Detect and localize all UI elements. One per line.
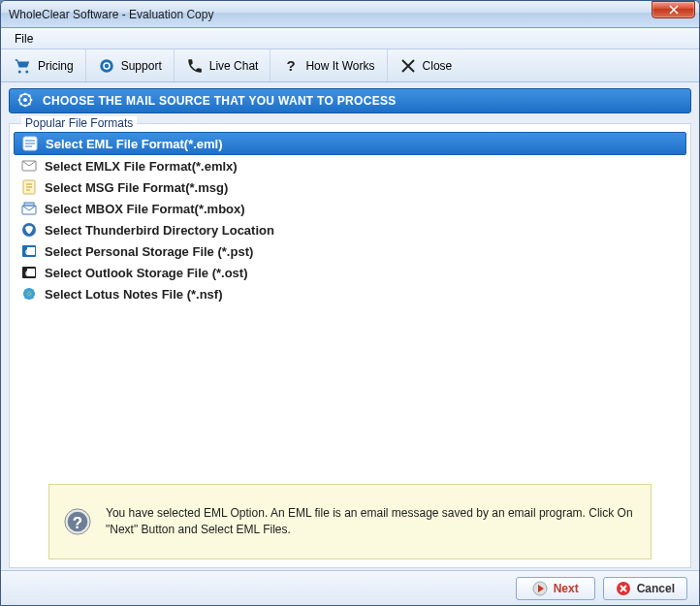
toolbar-pricing[interactable]: Pricing — [3, 49, 86, 81]
lotus-nsf-icon — [21, 286, 37, 302]
svg-text:?: ? — [73, 514, 82, 532]
option-label: Select Personal Storage File (*.pst) — [45, 244, 253, 259]
cancel-button[interactable]: Cancel — [603, 577, 687, 600]
info-panel: ? You have selected EML Option. An EML f… — [48, 484, 652, 559]
option-label: Select MSG File Format(*.msg) — [45, 180, 228, 195]
file-eml-icon — [22, 136, 38, 151]
titlebar: WholeClear Software - Evaluation Copy — [1, 1, 699, 28]
cancel-circle-icon — [616, 581, 631, 596]
toolbar-livechat-label: Live Chat — [209, 59, 259, 73]
svg-rect-10 — [24, 203, 34, 206]
toolbar-support-label: Support — [121, 59, 162, 73]
envelope-icon — [21, 158, 37, 174]
option-ost[interactable]: O Select Outlook Storage File (*.ost) — [14, 262, 686, 283]
toolbar-livechat[interactable]: Live Chat — [175, 49, 271, 81]
toolbar-pricing-label: Pricing — [38, 59, 74, 73]
play-circle-icon — [532, 581, 548, 596]
option-pst[interactable]: O Select Personal Storage File (*.pst) — [14, 240, 686, 262]
svg-text:?: ? — [287, 57, 296, 74]
format-options-list: Select EML File Format(*.eml) Select EML… — [10, 132, 690, 304]
toolbar-howitworks-label: How It Works — [305, 59, 374, 73]
option-mbox[interactable]: Select MBOX File Format(*.mbox) — [14, 198, 686, 219]
phone-icon — [186, 57, 204, 75]
option-label: Select EML File Format(*.eml) — [46, 137, 223, 151]
groupbox-label: Popular File Formats — [21, 116, 137, 130]
question-icon: ? — [282, 57, 300, 75]
option-label: Select MBOX File Format(*.mbox) — [45, 202, 245, 216]
info-text: You have selected EML Option. An EML fil… — [106, 505, 637, 538]
envelope-stack-icon — [21, 201, 37, 216]
question-circle-icon: ? — [63, 507, 92, 536]
app-window: WholeClear Software - Evaluation Copy Fi… — [0, 0, 700, 606]
menu-file[interactable]: File — [7, 30, 41, 48]
scissors-icon — [399, 57, 417, 75]
svg-point-2 — [104, 63, 109, 68]
menubar: File — [1, 28, 699, 49]
section-heading-text: CHOOSE THE MAIL SOURCE THAT YOU WANT TO … — [43, 94, 397, 108]
gear-icon — [17, 92, 33, 111]
footer: Next Cancel — [1, 570, 699, 605]
outlook-ost-icon: O — [21, 265, 37, 280]
option-nsf[interactable]: Select Lotus Notes File (*.nsf) — [14, 283, 686, 304]
content-area: Popular File Formats Select EML File For… — [9, 123, 691, 568]
window-close-button[interactable] — [652, 1, 695, 18]
outlook-pst-icon: O — [21, 243, 37, 259]
headset-icon — [98, 57, 115, 75]
option-eml[interactable]: Select EML File Format(*.eml) — [14, 132, 686, 155]
toolbar-close-label: Close — [423, 59, 453, 73]
file-msg-icon — [21, 179, 37, 195]
window-title: WholeClear Software - Evaluation Copy — [9, 8, 652, 21]
section-heading: CHOOSE THE MAIL SOURCE THAT YOU WANT TO … — [9, 88, 691, 113]
cart-icon — [15, 57, 32, 75]
option-label: Select EMLX File Format(*.emlx) — [45, 159, 238, 174]
toolbar: Pricing Support Live Chat ? How It Works… — [1, 49, 699, 82]
toolbar-close[interactable]: Close — [388, 49, 464, 81]
svg-text:O: O — [25, 247, 32, 257]
option-msg[interactable]: Select MSG File Format(*.msg) — [14, 176, 686, 198]
option-thunderbird[interactable]: Select Thunderbird Directory Location — [14, 219, 686, 240]
option-label: Select Thunderbird Directory Location — [45, 223, 274, 238]
svg-text:O: O — [25, 269, 32, 278]
next-button-label: Next — [554, 582, 579, 595]
toolbar-support[interactable]: Support — [86, 49, 175, 81]
option-emlx[interactable]: Select EMLX File Format(*.emlx) — [14, 155, 686, 176]
option-label: Select Lotus Notes File (*.nsf) — [45, 287, 222, 302]
next-button[interactable]: Next — [516, 577, 595, 600]
close-icon — [669, 5, 679, 15]
option-label: Select Outlook Storage File (*.ost) — [45, 266, 247, 280]
svg-point-5 — [23, 98, 27, 102]
cancel-button-label: Cancel — [637, 582, 675, 595]
thunderbird-icon — [21, 222, 37, 238]
toolbar-howitworks[interactable]: ? How It Works — [270, 49, 387, 81]
